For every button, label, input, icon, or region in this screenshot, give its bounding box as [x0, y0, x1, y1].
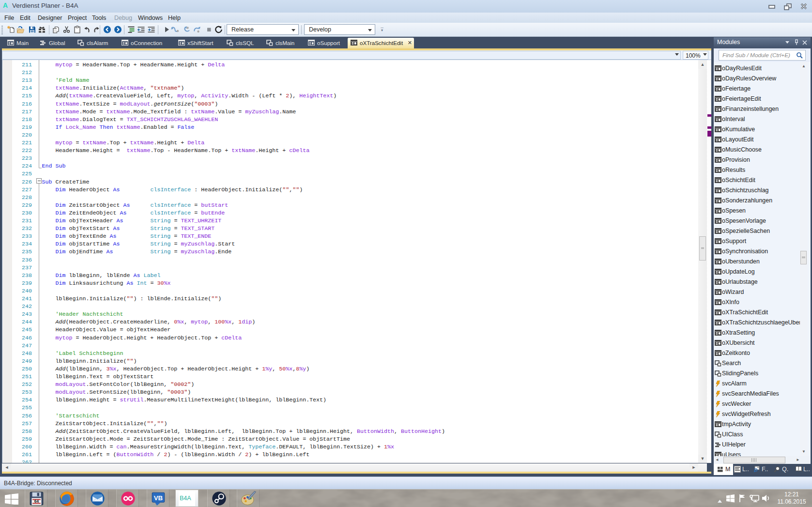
- svg-text:64: 64: [34, 499, 39, 504]
- svg-text:VB: VB: [154, 494, 163, 502]
